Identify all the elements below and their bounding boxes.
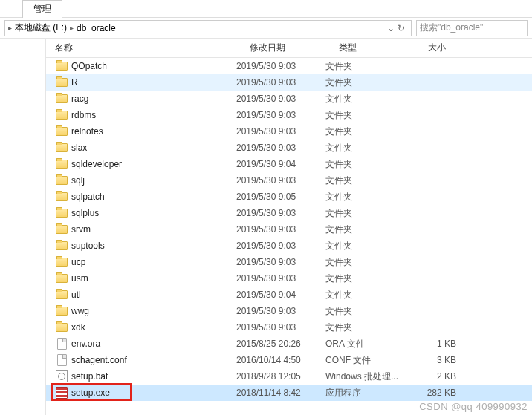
folder-icon xyxy=(55,307,68,316)
file-name: QOpatch xyxy=(71,61,107,71)
file-date: 2019/5/30 9:03 xyxy=(236,175,325,186)
table-row[interactable]: xdk2019/5/30 9:03文件夹 xyxy=(46,319,532,336)
breadcrumb[interactable]: ▸ 本地磁盘 (F:) ▸ db_oracle ⌄ ↻ xyxy=(4,20,412,36)
table-row[interactable]: ucp2019/5/30 9:03文件夹 xyxy=(46,254,532,270)
file-date: 2019/5/30 9:03 xyxy=(236,94,325,104)
tab-bar: 管理 xyxy=(0,0,532,18)
file-name: env.ora xyxy=(71,339,100,349)
folder-icon xyxy=(55,94,68,103)
file-type: 文件夹 xyxy=(325,256,415,269)
file-list: QOpatch2019/5/30 9:03文件夹R2019/5/30 9:03文… xyxy=(46,58,532,401)
folder-icon xyxy=(55,78,68,87)
table-row[interactable]: setup.exe2018/11/14 8:42应用程序282 KB xyxy=(46,385,532,401)
table-row[interactable]: sqlplus2019/5/30 9:03文件夹 xyxy=(46,205,532,221)
table-row[interactable]: rdbms2019/5/30 9:03文件夹 xyxy=(46,107,532,123)
file-size: 282 KB xyxy=(415,388,459,398)
tab-manage[interactable]: 管理 xyxy=(22,0,62,18)
file-date: 2019/5/30 9:03 xyxy=(236,143,325,153)
table-row[interactable]: racg2019/5/30 9:03文件夹 xyxy=(46,91,532,107)
file-name: schagent.conf xyxy=(71,355,127,365)
file-name: sqlj xyxy=(71,175,85,186)
file-name: slax xyxy=(71,143,87,153)
file-name: xdk xyxy=(71,322,85,333)
file-type: 文件夹 xyxy=(325,207,415,220)
file-icon xyxy=(55,338,68,350)
file-name: sqldeveloper xyxy=(71,159,122,169)
table-row[interactable]: utl2019/5/30 9:04文件夹 xyxy=(46,287,532,303)
table-row[interactable]: usm2019/5/30 9:03文件夹 xyxy=(46,270,532,287)
file-type: 文件夹 xyxy=(325,240,415,252)
file-date: 2015/8/25 20:26 xyxy=(236,339,325,349)
table-row[interactable]: sqldeveloper2019/5/30 9:04文件夹 xyxy=(46,156,532,172)
folder-icon xyxy=(55,111,68,120)
column-date[interactable]: 修改日期 xyxy=(250,42,339,54)
table-row[interactable]: suptools2019/5/30 9:03文件夹 xyxy=(46,238,532,254)
table-row[interactable]: R2019/5/30 9:03文件夹 xyxy=(46,74,532,91)
search-placeholder: 搜索"db_oracle" xyxy=(420,22,483,34)
file-name: utl xyxy=(71,290,81,300)
file-type: 文件夹 xyxy=(325,142,415,154)
table-row[interactable]: sqlpatch2019/5/30 9:05文件夹 xyxy=(46,189,532,205)
table-row[interactable]: sqlj2019/5/30 9:03文件夹 xyxy=(46,172,532,189)
nav-pane-gutter xyxy=(0,39,46,415)
search-input[interactable]: 搜索"db_oracle" xyxy=(416,20,528,36)
table-row[interactable]: QOpatch2019/5/30 9:03文件夹 xyxy=(46,58,532,74)
folder-icon xyxy=(55,176,68,185)
column-size[interactable]: 大小 xyxy=(428,42,532,54)
folder-icon xyxy=(55,209,68,218)
file-type: CONF 文件 xyxy=(325,354,415,367)
file-type: ORA 文件 xyxy=(325,338,415,350)
address-bar-row: ▸ 本地磁盘 (F:) ▸ db_oracle ⌄ ↻ 搜索"db_oracle… xyxy=(0,18,532,39)
file-date: 2019/5/30 9:03 xyxy=(236,241,325,251)
file-date: 2019/5/30 9:03 xyxy=(236,126,325,137)
breadcrumb-folder[interactable]: db_oracle xyxy=(77,23,116,33)
file-date: 2019/5/30 9:03 xyxy=(236,257,325,267)
file-date: 2019/5/30 9:05 xyxy=(236,192,325,202)
file-size: 2 KB xyxy=(415,371,459,382)
folder-icon xyxy=(55,143,68,152)
file-date: 2019/5/30 9:03 xyxy=(236,306,325,316)
folder-icon xyxy=(55,323,68,332)
file-date: 2019/5/30 9:03 xyxy=(236,273,325,284)
table-row[interactable]: env.ora2015/8/25 20:26ORA 文件1 KB xyxy=(46,336,532,352)
file-date: 2019/5/30 9:03 xyxy=(236,224,325,235)
file-name: usm xyxy=(71,273,88,284)
refresh-icon[interactable]: ↻ xyxy=(398,23,405,33)
file-date: 2018/9/28 12:05 xyxy=(236,371,325,382)
table-row[interactable]: setup.bat2018/9/28 12:05Windows 批处理...2 … xyxy=(46,368,532,385)
file-name: sqlpatch xyxy=(71,192,105,202)
column-headers[interactable]: 名称 修改日期 类型 大小 xyxy=(46,39,532,58)
file-date: 2019/5/30 9:03 xyxy=(236,110,325,120)
file-type: 文件夹 xyxy=(325,125,415,138)
table-row[interactable]: wwg2019/5/30 9:03文件夹 xyxy=(46,303,532,319)
watermark-text: CSDN @qq 409990932 xyxy=(419,401,528,412)
column-type[interactable]: 类型 xyxy=(339,42,428,54)
file-name: srvm xyxy=(71,224,91,235)
file-name: relnotes xyxy=(71,126,103,137)
chevron-right-icon: ▸ xyxy=(8,24,12,32)
file-name: ucp xyxy=(71,257,85,267)
folder-icon xyxy=(55,127,68,136)
folder-icon xyxy=(55,241,68,250)
breadcrumb-actions: ⌄ ↻ xyxy=(387,23,405,33)
column-name[interactable]: 名称 xyxy=(55,42,250,54)
folder-icon xyxy=(55,160,68,169)
file-name: rdbms xyxy=(71,110,96,120)
file-name: racg xyxy=(71,94,88,104)
table-row[interactable]: relnotes2019/5/30 9:03文件夹 xyxy=(46,123,532,140)
chevron-down-icon[interactable]: ⌄ xyxy=(387,23,395,33)
file-type: 文件夹 xyxy=(325,60,415,73)
table-row[interactable]: slax2019/5/30 9:03文件夹 xyxy=(46,140,532,156)
file-name: suptools xyxy=(71,241,105,251)
file-type: 文件夹 xyxy=(325,109,415,122)
file-date: 2019/5/30 9:04 xyxy=(236,290,325,300)
file-type: 文件夹 xyxy=(325,305,415,318)
file-date: 2019/5/30 9:04 xyxy=(236,159,325,169)
folder-icon xyxy=(55,274,68,283)
table-row[interactable]: schagent.conf2016/10/14 4:50CONF 文件3 KB xyxy=(46,352,532,368)
table-row[interactable]: srvm2019/5/30 9:03文件夹 xyxy=(46,221,532,238)
folder-icon xyxy=(55,258,68,267)
file-size: 3 KB xyxy=(415,355,459,365)
file-type: 文件夹 xyxy=(325,174,415,187)
breadcrumb-drive[interactable]: 本地磁盘 (F:) xyxy=(15,22,67,34)
